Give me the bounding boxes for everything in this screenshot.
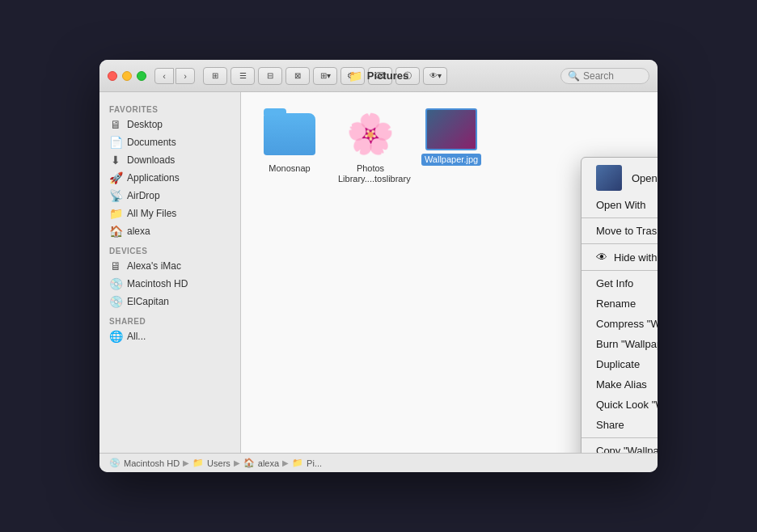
sidebar-item-macintosh-hd[interactable]: 💿 Macintosh HD	[99, 275, 240, 293]
copy-label: Copy "Wallpaper.jpg"	[596, 445, 658, 453]
airdrop-icon: 📡	[109, 189, 122, 202]
search-input[interactable]	[583, 70, 648, 82]
sidebar-label-alexa: alexa	[127, 226, 150, 237]
monosnap-name: Monosnap	[269, 163, 310, 174]
view-col-button[interactable]: ⊟	[258, 67, 282, 85]
minimize-button[interactable]	[122, 71, 132, 81]
window-title: Pictures	[367, 70, 408, 82]
alexa-bc-icon: 🏠	[243, 458, 255, 468]
sidebar-item-documents[interactable]: 📄 Documents	[99, 133, 240, 151]
sidebar-item-downloads[interactable]: ⬇ Downloads	[99, 151, 240, 169]
titlebar: ‹ › ⊞ ☰ ⊟ ⊠ ⊞▾ ⚙▾ ⌫ ⓘ 👁▾ 📁 Pictures 🔍	[99, 60, 658, 92]
menu-item-get-info[interactable]: Get Info	[581, 273, 658, 293]
sidebar-item-desktop[interactable]: 🖥 Desktop	[99, 116, 240, 133]
menu-item-burn[interactable]: Burn "Wallpaper.jpg" to Disc...	[581, 334, 658, 354]
breadcrumb-arrow-1: ▶	[183, 458, 189, 467]
photos-icon: 🌸	[345, 108, 396, 160]
file-monosnap[interactable]: Monosnap	[257, 108, 322, 174]
open-label: Open	[632, 172, 658, 184]
users-bc-icon: 📁	[192, 458, 204, 468]
make-alias-label: Make Alias	[596, 378, 647, 391]
menu-item-hide-funter[interactable]: 👁 Hide with Funter	[581, 247, 658, 268]
applications-icon: 🚀	[109, 171, 122, 184]
breadcrumb: 💿 Macintosh HD ▶ 📁 Users ▶ 🏠 alexa ▶ 📁 P…	[109, 458, 322, 468]
sidebar-label-downloads: Downloads	[127, 154, 175, 166]
eye-button[interactable]: 👁▾	[423, 67, 447, 85]
compress-label: Compress "Wallpaper.jpg"	[596, 318, 658, 330]
share-label: Share	[596, 419, 624, 431]
alexa-bc-label: alexa	[258, 458, 279, 468]
menu-item-rename[interactable]: Rename	[581, 293, 658, 314]
finder-window: ‹ › ⊞ ☰ ⊟ ⊠ ⊞▾ ⚙▾ ⌫ ⓘ 👁▾ 📁 Pictures 🔍 Fa…	[99, 60, 658, 472]
wallpaper-name: Wallpaper.jpg	[421, 154, 481, 166]
forward-button[interactable]: ›	[176, 68, 195, 84]
macintosh-hd-bc-icon: 💿	[109, 458, 121, 468]
menu-item-copy[interactable]: Copy "Wallpaper.jpg"	[581, 441, 658, 453]
sidebar-label-all-shared: All...	[127, 331, 146, 342]
menu-item-open[interactable]: Open	[581, 161, 658, 195]
separator-3	[581, 270, 658, 271]
home-icon: 🏠	[109, 225, 122, 238]
context-menu: Open Open With ▶ Move to Trash 👁 Hide wi…	[581, 157, 658, 453]
wallpaper-thumb	[596, 165, 622, 191]
menu-item-make-alias[interactable]: Make Alias	[581, 374, 658, 395]
sidebar-label-applications: Applications	[127, 172, 180, 184]
file-wallpaper[interactable]: Wallpaper.jpg	[419, 108, 484, 166]
view-grid-button[interactable]: ⊞	[203, 67, 227, 85]
sidebar-label-alexas-imac: Alexa's iMac	[127, 260, 181, 272]
toolbar-icons: ⊞ ☰ ⊟ ⊠ ⊞▾ ⚙▾ ⌫ ⓘ 👁▾	[203, 67, 447, 85]
open-with-label: Open With	[596, 199, 645, 211]
desktop-icon: 🖥	[109, 118, 122, 131]
sidebar-item-applications[interactable]: 🚀 Applications	[99, 169, 240, 187]
get-info-label: Get Info	[596, 277, 633, 289]
sidebar-item-all-shared[interactable]: 🌐 All...	[99, 327, 240, 345]
nav-buttons: ‹ ›	[154, 68, 195, 84]
breadcrumb-pi: 📁 Pi...	[292, 458, 322, 468]
documents-icon: 📄	[109, 136, 122, 149]
menu-item-share[interactable]: Share ▶	[581, 415, 658, 435]
funter-icon: 👁	[596, 251, 607, 264]
close-button[interactable]	[108, 71, 117, 81]
sidebar-item-elcapitan[interactable]: 💿 ElCapitan	[99, 293, 240, 310]
move-to-trash-label: Move to Trash	[596, 225, 658, 237]
separator-1	[581, 217, 658, 218]
back-button[interactable]: ‹	[154, 68, 174, 84]
macintosh-hd-icon: 💿	[109, 277, 122, 290]
breadcrumb-arrow-2: ▶	[234, 458, 240, 467]
maximize-button[interactable]	[137, 71, 146, 81]
sidebar-label-airdrop: AirDrop	[127, 190, 160, 201]
status-bar: 💿 Macintosh HD ▶ 📁 Users ▶ 🏠 alexa ▶ 📁 P…	[99, 453, 658, 472]
content-area: Monosnap 🌸 Photos Library....toslibrary …	[241, 92, 658, 453]
all-files-icon: 📁	[109, 207, 122, 220]
menu-item-compress[interactable]: Compress "Wallpaper.jpg"	[581, 314, 658, 334]
downloads-icon: ⬇	[109, 154, 122, 167]
search-icon: 🔍	[568, 70, 580, 82]
pi-bc-label: Pi...	[307, 458, 322, 468]
sidebar-item-alexas-imac[interactable]: 🖥 Alexa's iMac	[99, 257, 240, 275]
menu-item-move-to-trash[interactable]: Move to Trash	[581, 221, 658, 241]
view-list-button[interactable]: ☰	[230, 67, 255, 85]
rename-label: Rename	[596, 298, 636, 310]
users-bc-label: Users	[207, 458, 230, 468]
arrange-button[interactable]: ⊞▾	[313, 67, 337, 85]
separator-4	[581, 437, 658, 438]
sidebar-label-documents: Documents	[127, 137, 176, 148]
breadcrumb-macintosh: 💿 Macintosh HD	[109, 458, 180, 468]
view-cover-button[interactable]: ⊠	[285, 67, 310, 85]
traffic-lights	[108, 71, 146, 81]
menu-item-quick-look[interactable]: Quick Look "Wallpaper.jpg"	[581, 395, 658, 415]
menu-item-duplicate[interactable]: Duplicate	[581, 354, 658, 374]
sidebar-item-all-my-files[interactable]: 📁 All My Files	[99, 205, 240, 222]
finder-body: Favorites 🖥 Desktop 📄 Documents ⬇ Downlo…	[99, 92, 658, 453]
sidebar-item-alexa[interactable]: 🏠 alexa	[99, 222, 240, 240]
sidebar-label-macintosh-hd: Macintosh HD	[127, 278, 188, 289]
sidebar-label-elcapitan: ElCapitan	[127, 296, 169, 307]
duplicate-label: Duplicate	[596, 358, 640, 370]
title-area: 📁 Pictures	[349, 70, 408, 82]
file-photos-library[interactable]: 🌸 Photos Library....toslibrary	[338, 108, 403, 184]
sidebar-item-airdrop[interactable]: 📡 AirDrop	[99, 187, 240, 205]
menu-item-open-with[interactable]: Open With ▶	[581, 195, 658, 215]
breadcrumb-alexa: 🏠 alexa	[243, 458, 279, 468]
search-bar[interactable]: 🔍	[560, 68, 649, 84]
macintosh-hd-bc-label: Macintosh HD	[124, 458, 180, 468]
